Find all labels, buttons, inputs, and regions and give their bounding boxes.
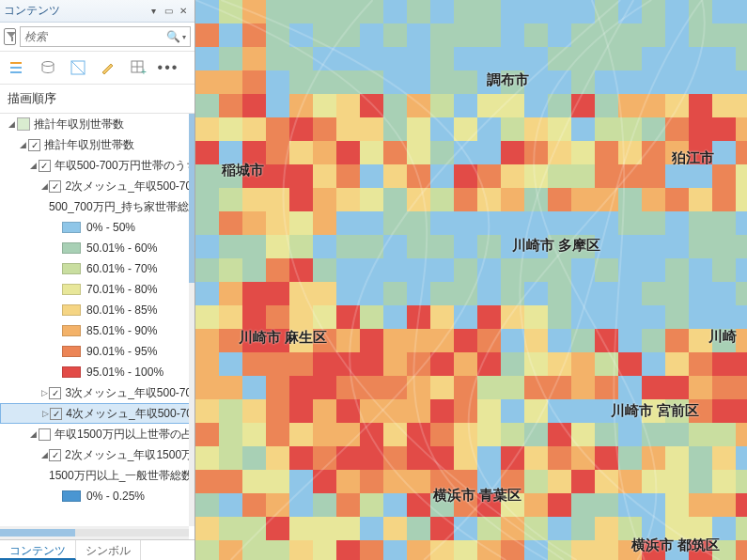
svg-rect-0 [10, 62, 22, 64]
tree-item-mesh2-500-700[interactable]: ◢2次メッシュ_年収500-700万 [0, 176, 195, 196]
legend-row: 50.01% - 60% [0, 238, 195, 258]
heatmap-canvas [195, 0, 747, 560]
map-place-label: 稲城市 [222, 162, 264, 179]
map-place-label: 川崎 [708, 328, 737, 346]
checkbox[interactable] [39, 160, 51, 172]
section-heading: 描画順序 [0, 85, 195, 114]
legend-row: 80.01% - 85% [0, 300, 195, 320]
checkbox[interactable] [49, 387, 61, 399]
legend-label: 60.01% - 70% [86, 262, 157, 275]
tree-root[interactable]: ◢推計年収別世帯数 [0, 114, 195, 134]
legend-row: 85.01% - 90% [0, 320, 195, 341]
map-place-label: 川崎市 宮前区 [611, 402, 699, 420]
legend-swatch [62, 284, 81, 295]
toolbar: + ••• [0, 52, 195, 85]
legend-row: 0% - 0.25% [0, 486, 195, 506]
legend-swatch [62, 222, 81, 233]
legend-label: 85.01% - 90% [86, 324, 157, 337]
tree-field-500-700[interactable]: 500_700万円_持ち家世帯総数 [0, 196, 195, 217]
legend-row: 60.01% - 70% [0, 258, 195, 279]
tree-item-income1500[interactable]: ◢年収1500万円以上世帯の占め [0, 424, 195, 444]
map-view[interactable]: 調布市狛江市稲城市川崎市 多摩区川崎市 麻生区川崎川崎市 宮前区横浜市 青葉区横… [195, 0, 747, 560]
map-place-label: 横浜市 都筑区 [631, 537, 720, 554]
more-button[interactable]: ••• [158, 57, 179, 78]
dropdown-icon[interactable]: ▾ [146, 4, 161, 19]
legend-swatch [62, 490, 81, 502]
search-dropdown-icon[interactable]: ▾ [182, 33, 186, 41]
legend-label: 80.01% - 85% [86, 303, 157, 317]
legend-swatch [62, 325, 81, 336]
search-box[interactable]: 🔍 ▾ [20, 26, 191, 47]
legend-swatch [62, 242, 81, 254]
map-place-label: 横浜市 青葉区 [433, 487, 521, 505]
legend-row: 0% - 50% [0, 217, 195, 238]
map-icon [17, 117, 30, 131]
checkbox[interactable] [39, 428, 51, 441]
legend-label: 0% - 50% [86, 221, 135, 234]
legend-swatch [62, 346, 81, 357]
tree-item-mesh3-500-700[interactable]: ▷3次メッシュ_年収500-700万 [0, 382, 195, 403]
checkbox[interactable] [49, 449, 61, 461]
tree-item-income500-700[interactable]: ◢年収500-700万円世帯のうち持 [0, 155, 195, 176]
map-place-label: 調布市 [487, 71, 529, 89]
legend-swatch [62, 263, 81, 274]
legend-swatch [62, 366, 81, 378]
filter-icon[interactable] [4, 28, 16, 45]
list-by-snapping-button[interactable]: + [128, 57, 148, 78]
legend-label: 90.01% - 95% [86, 345, 157, 358]
list-by-editing-button[interactable] [98, 57, 118, 78]
map-place-label: 川崎市 麻生区 [239, 329, 327, 347]
legend-label: 50.01% - 60% [86, 241, 157, 255]
list-by-source-button[interactable] [38, 57, 58, 78]
tab-symbol[interactable]: シンボル [76, 540, 141, 560]
tab-contents[interactable]: コンテンツ [0, 540, 76, 560]
tree-group[interactable]: ◢推計年収別世帯数 [0, 134, 195, 155]
bottom-tabs: コンテンツ シンボル [0, 539, 195, 560]
legend-swatch [62, 304, 81, 316]
checkbox[interactable] [49, 180, 61, 193]
checkbox[interactable] [28, 139, 40, 151]
vertical-scrollbar[interactable] [189, 114, 195, 526]
panel-title: コンテンツ [4, 3, 146, 19]
svg-rect-2 [10, 71, 22, 73]
list-by-drawing-order-button[interactable] [8, 57, 28, 78]
tree-item-mesh2-1500[interactable]: ◢2次メッシュ_年収1500万円以 [0, 444, 195, 465]
legend-label: 95.01% - 100% [86, 366, 163, 379]
tree-field-1500[interactable]: 1500万円以上_一般世帯総数 [0, 465, 195, 486]
checkbox[interactable] [50, 408, 62, 420]
svg-point-3 [42, 62, 54, 67]
svg-text:+: + [141, 67, 147, 77]
legend-row: 90.01% - 95% [0, 341, 195, 362]
horizontal-scrollbar[interactable] [0, 526, 189, 539]
search-bar: 🔍 ▾ [0, 23, 195, 52]
legend-row: 70.01% - 80% [0, 279, 195, 300]
list-by-selection-button[interactable] [68, 57, 88, 78]
map-place-label: 狛江市 [672, 149, 714, 167]
tree-item-mesh4-500-700[interactable]: ▷4次メッシュ_年収500-700万 [0, 403, 195, 424]
legend-row: 95.01% - 100% [0, 362, 195, 382]
layer-tree: ◢推計年収別世帯数 ◢推計年収別世帯数 ◢年収500-700万円世帯のうち持 ◢… [0, 114, 195, 539]
map-place-label: 川崎市 多摩区 [512, 237, 600, 255]
search-input[interactable] [24, 30, 166, 43]
panel-titlebar: コンテンツ ▾ ▭ ✕ [0, 0, 195, 23]
close-icon[interactable]: ✕ [176, 4, 191, 19]
svg-rect-1 [10, 67, 22, 69]
contents-panel: コンテンツ ▾ ▭ ✕ 🔍 ▾ + ••• 描画順序 ◢推計年収別世帯数 ◢推計… [0, 0, 195, 560]
search-icon[interactable]: 🔍 [166, 30, 180, 43]
pin-icon[interactable]: ▭ [161, 4, 176, 19]
legend-label: 70.01% - 80% [86, 283, 157, 296]
